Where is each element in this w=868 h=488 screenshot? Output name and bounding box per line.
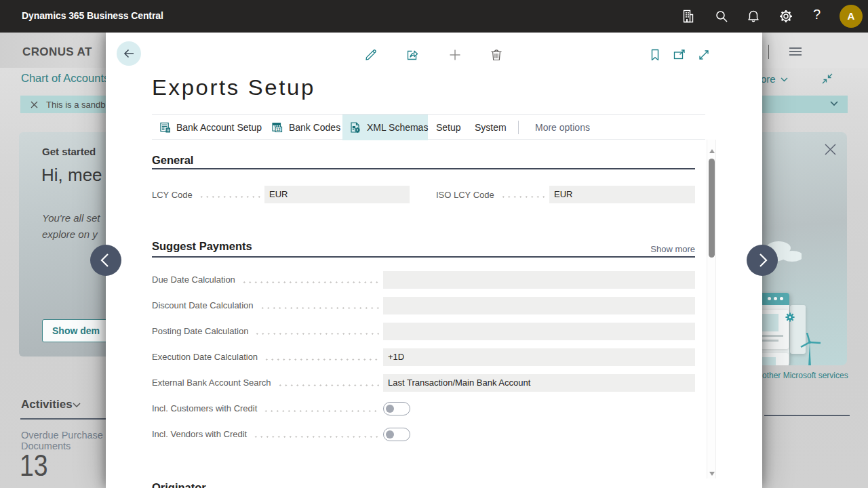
svg-text:12: 12 (276, 127, 280, 131)
